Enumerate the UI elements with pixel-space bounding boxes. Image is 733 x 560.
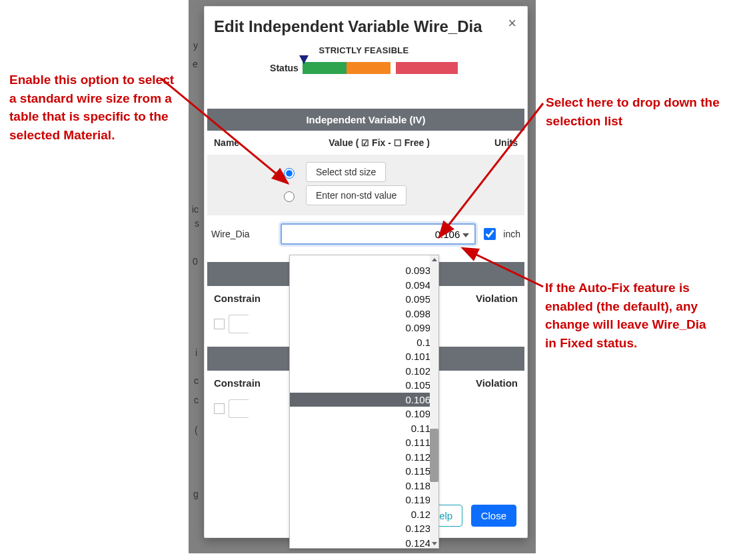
scroll-thumb[interactable] (430, 429, 438, 482)
dropdown-option[interactable]: 0.11 (290, 421, 438, 436)
feasibility-label: STRICTLY FEASIBLE (214, 45, 514, 55)
close-button[interactable]: Close (471, 505, 516, 527)
wire-dia-dropdown[interactable]: 0.0930.0940.0950.0980.0990.10.1010.1020.… (289, 255, 439, 549)
status-indicator-icon (299, 55, 309, 64)
col-value-header: Value ( ☑ Fix - ☐ Free ) (281, 137, 478, 148)
bg-fragment: c (194, 395, 199, 405)
scroll-up-icon[interactable] (432, 258, 437, 261)
scroll-down-icon[interactable] (432, 542, 437, 545)
free-glyph-icon: ☐ (394, 138, 402, 148)
dropdown-option[interactable]: 0.123 (290, 521, 438, 536)
modal-title: Edit Independent Variable Wire_Dia (214, 17, 482, 35)
status-seg-red (396, 62, 458, 74)
dropdown-option[interactable]: 0.093 (290, 263, 438, 278)
min-constrain-checkbox[interactable] (214, 319, 225, 329)
dropdown-option[interactable]: 0.119 (290, 493, 438, 507)
status-row: Status (214, 62, 514, 74)
auto-fix-checkbox[interactable] (484, 228, 496, 240)
dropdown-option[interactable]: 0.099 (290, 321, 438, 335)
col-name-header: Name (214, 137, 281, 148)
bg-fragment: i (195, 347, 197, 358)
value-prefix: Value ( (329, 137, 361, 148)
annotation-left: Enable this option to select a standard … (9, 71, 183, 144)
dropdown-option[interactable]: 0.12 (290, 507, 438, 522)
iv-column-headers: Name Value ( ☑ Fix - ☐ Free ) Units (207, 131, 524, 155)
bg-fragment: g (193, 489, 199, 499)
dropdown-option[interactable]: 0.124 (290, 536, 438, 549)
annotation-top-right: Select here to drop down the selection l… (546, 93, 726, 130)
enter-non-std-radio[interactable] (284, 191, 295, 202)
violation-label: Violation (476, 293, 518, 304)
modal-header: Edit Independent Variable Wire_Dia × STR… (205, 7, 527, 95)
select-std-size-radio[interactable] (284, 168, 295, 179)
dropdown-option[interactable]: 0.115 (290, 464, 438, 479)
status-label: Status (270, 63, 299, 73)
fix-glyph-icon: ☑ (361, 138, 369, 148)
dropdown-option[interactable] (290, 255, 438, 263)
dropdown-option[interactable]: 0.1 (290, 335, 438, 350)
col-units-header: Units (478, 137, 518, 148)
dropdown-option[interactable]: 0.101 (290, 349, 438, 364)
wire-dia-value: 0.106 (435, 229, 460, 240)
bg-fragment: e (193, 59, 198, 69)
variable-name: Wire_Dia (211, 229, 281, 239)
dropdown-option[interactable]: 0.106 (290, 393, 438, 407)
dropdown-option[interactable]: 0.094 (290, 278, 438, 293)
value-mode-radio-group: Select std size Enter non-std value (207, 155, 524, 215)
bg-fragment: ic (192, 204, 199, 215)
dropdown-option[interactable]: 0.109 (290, 407, 438, 421)
select-std-size-button[interactable]: Select std size (306, 162, 386, 182)
dropdown-option[interactable]: 0.111 (290, 435, 438, 450)
bg-fragment: y (193, 40, 198, 51)
close-icon[interactable]: × (508, 15, 516, 32)
free-label: Free ) (402, 137, 430, 148)
annotation-bottom-right: If the Auto-Fix feature is enabled (the … (545, 279, 718, 352)
max-constrain-input[interactable] (229, 399, 249, 418)
status-seg-orange (347, 62, 390, 74)
dropdown-option[interactable]: 0.095 (290, 292, 438, 307)
dropdown-scrollbar[interactable] (430, 255, 438, 548)
dropdown-option[interactable]: 0.102 (290, 364, 438, 379)
status-bar (303, 62, 458, 74)
dropdown-option[interactable]: 0.098 (290, 307, 438, 321)
dropdown-option[interactable]: 0.105 (290, 378, 438, 393)
violation-label-2: Violation (476, 377, 518, 389)
units-label: inch (503, 229, 520, 239)
bg-fragment: s (195, 218, 199, 229)
dropdown-option[interactable]: 0.112 (290, 450, 438, 465)
status-seg-gap (390, 62, 396, 74)
fix-label: Fix - (369, 137, 394, 148)
status-seg-green (303, 62, 347, 74)
max-constrain-checkbox[interactable] (214, 403, 225, 414)
bg-fragment: ( (195, 425, 198, 435)
wire-dia-row: Wire_Dia 0.106 inch (207, 221, 524, 249)
dropdown-option[interactable]: 0.118 (290, 479, 438, 493)
enter-non-std-button[interactable]: Enter non-std value (306, 185, 406, 205)
bg-fragment: c (194, 375, 199, 386)
iv-section-header: Independent Variable (IV) (207, 109, 524, 131)
min-constrain-input[interactable] (229, 315, 249, 333)
bg-fragment: 0 (193, 256, 198, 267)
wire-dia-select[interactable]: 0.106 (281, 223, 476, 245)
